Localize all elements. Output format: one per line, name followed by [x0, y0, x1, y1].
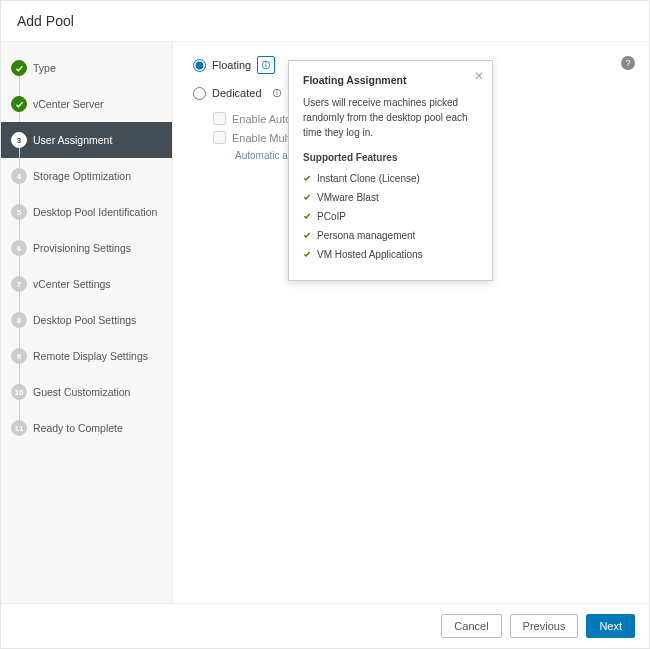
checkbox-label: Enable Auto: [232, 113, 291, 125]
step-number: 10: [11, 384, 27, 400]
wizard-header: Add Pool: [1, 1, 649, 42]
feature-label: PCoIP: [317, 209, 346, 224]
step-label: Ready to Complete: [33, 422, 123, 434]
step-number: 8: [11, 312, 27, 328]
check-icon: [11, 60, 27, 76]
feature-item: Persona management: [303, 228, 478, 243]
wizard-sidebar: Type vCenter Server 3 User Assignment 4 …: [1, 42, 173, 603]
tooltip-title: Floating Assignment: [303, 73, 478, 89]
step-vcenter-server[interactable]: vCenter Server: [1, 86, 172, 122]
feature-label: VM Hosted Applications: [317, 247, 423, 262]
wizard-footer: Cancel Previous Next: [1, 603, 649, 648]
step-storage-optimization[interactable]: 4 Storage Optimization: [1, 158, 172, 194]
check-icon: [303, 250, 311, 258]
step-label: Provisioning Settings: [33, 242, 131, 254]
tooltip-body: Users will receive machines picked rando…: [303, 95, 478, 140]
checkbox-enable-multi[interactable]: [213, 131, 226, 144]
close-icon[interactable]: ✕: [474, 67, 484, 85]
step-label: Type: [33, 62, 56, 74]
feature-item: VM Hosted Applications: [303, 247, 478, 262]
add-pool-wizard: Add Pool Type vCenter Server 3 User: [0, 0, 650, 649]
step-label: Desktop Pool Settings: [33, 314, 136, 326]
tooltip-features-heading: Supported Features: [303, 150, 478, 165]
step-desktop-pool-settings[interactable]: 8 Desktop Pool Settings: [1, 302, 172, 338]
step-number: 3: [11, 132, 27, 148]
step-provisioning-settings[interactable]: 6 Provisioning Settings: [1, 230, 172, 266]
step-type[interactable]: Type: [1, 50, 172, 86]
step-label: Guest Customization: [33, 386, 130, 398]
radio-dedicated[interactable]: [193, 87, 206, 100]
step-number: 5: [11, 204, 27, 220]
check-icon: [303, 231, 311, 239]
help-icon[interactable]: ?: [621, 56, 635, 70]
step-remote-display-settings[interactable]: 9 Remote Display Settings: [1, 338, 172, 374]
wizard-main: ? Floating Dedicated Enable Auto: [173, 42, 649, 603]
step-label: Desktop Pool Identification: [33, 206, 157, 218]
step-desktop-pool-identification[interactable]: 5 Desktop Pool Identification: [1, 194, 172, 230]
feature-item: Instant Clone (License): [303, 171, 478, 186]
check-icon: [303, 193, 311, 201]
step-number: 6: [11, 240, 27, 256]
step-label: vCenter Settings: [33, 278, 111, 290]
radio-floating[interactable]: [193, 59, 206, 72]
step-number: 11: [11, 420, 27, 436]
check-icon: [11, 96, 27, 112]
wizard-body: Type vCenter Server 3 User Assignment 4 …: [1, 42, 649, 603]
check-icon: [303, 212, 311, 220]
next-button[interactable]: Next: [586, 614, 635, 638]
previous-button[interactable]: Previous: [510, 614, 579, 638]
checkbox-enable-auto[interactable]: [213, 112, 226, 125]
feature-label: Persona management: [317, 228, 415, 243]
check-icon: [303, 174, 311, 182]
radio-label: Dedicated: [212, 87, 262, 99]
info-icon-dedicated[interactable]: [268, 84, 286, 102]
step-number: 7: [11, 276, 27, 292]
checkbox-label: Enable Multi: [232, 132, 293, 144]
step-ready-to-complete[interactable]: 11 Ready to Complete: [1, 410, 172, 446]
step-label: Remote Display Settings: [33, 350, 148, 362]
page-title: Add Pool: [17, 13, 633, 29]
feature-label: Instant Clone (License): [317, 171, 420, 186]
step-user-assignment[interactable]: 3 User Assignment: [1, 122, 172, 158]
step-label: vCenter Server: [33, 98, 104, 110]
step-guest-customization[interactable]: 10 Guest Customization: [1, 374, 172, 410]
step-label: User Assignment: [33, 134, 112, 146]
info-icon-floating[interactable]: [257, 56, 275, 74]
step-vcenter-settings[interactable]: 7 vCenter Settings: [1, 266, 172, 302]
feature-item: PCoIP: [303, 209, 478, 224]
feature-item: VMware Blast: [303, 190, 478, 205]
feature-label: VMware Blast: [317, 190, 379, 205]
step-label: Storage Optimization: [33, 170, 131, 182]
step-number: 9: [11, 348, 27, 364]
step-number: 4: [11, 168, 27, 184]
cancel-button[interactable]: Cancel: [441, 614, 501, 638]
radio-label: Floating: [212, 59, 251, 71]
floating-tooltip: ✕ Floating Assignment Users will receive…: [288, 60, 493, 281]
